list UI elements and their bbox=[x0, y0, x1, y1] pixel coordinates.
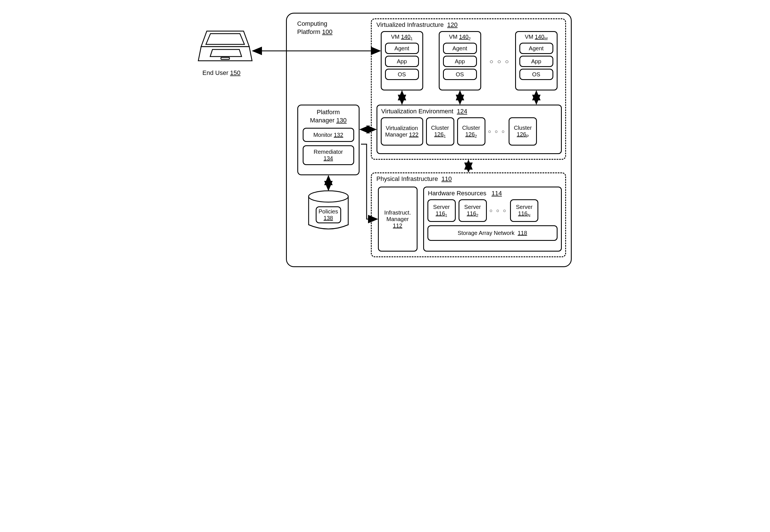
platform-manager-box: Platform Manager 130 Monitor 132 Remedia… bbox=[297, 105, 359, 175]
server-1: Server 1161 bbox=[428, 199, 456, 222]
svg-marker-3 bbox=[210, 49, 241, 57]
computing-platform-label: Computing Platform 100 bbox=[297, 20, 333, 36]
virt-manager: Virtualization Manager 122 bbox=[381, 117, 423, 146]
cluster-p: Cluster 126P bbox=[509, 117, 537, 146]
vm-1-box: VM 1401 Agent App OS bbox=[381, 31, 423, 90]
server-ellipsis: ○ ○ ○ bbox=[490, 208, 508, 214]
hardware-resources-box: Hardware Resources 114 Server 1161 Serve… bbox=[423, 187, 562, 252]
svg-point-5 bbox=[308, 191, 348, 202]
vmM-os: OS bbox=[519, 69, 553, 80]
cluster-2: Cluster 1262 bbox=[457, 117, 486, 146]
server-n: Server 116N bbox=[510, 199, 538, 222]
san-box: Storage Array Network 118 bbox=[428, 225, 558, 241]
virt-env-box: Virtualization Environment 124 Virtualiz… bbox=[376, 105, 562, 154]
vm1-app: App bbox=[385, 56, 419, 67]
physical-infra-label: Physical Infrastructure 110 bbox=[376, 175, 452, 183]
cluster-1: Cluster 1261 bbox=[426, 117, 454, 146]
vmM-agent: Agent bbox=[519, 43, 553, 54]
vm-m-box: VM 140M Agent App OS bbox=[515, 31, 558, 90]
vmM-app: App bbox=[519, 56, 553, 67]
remediator-box: Remediator 134 bbox=[303, 145, 354, 165]
laptop-icon bbox=[197, 27, 253, 68]
vm1-os: OS bbox=[385, 69, 419, 80]
end-user-label: End User 150 bbox=[202, 69, 241, 77]
vm1-agent: Agent bbox=[385, 43, 419, 54]
infra-manager-box: Infrastruct. Manager 112 bbox=[378, 187, 418, 252]
virtualized-infra-label: Virtualized Infrastructure 120 bbox=[376, 21, 458, 29]
vm2-os: OS bbox=[443, 69, 477, 80]
svg-rect-4 bbox=[221, 57, 229, 59]
svg-marker-1 bbox=[206, 34, 244, 44]
vm-2-box: VM 1402 Agent App OS bbox=[439, 31, 481, 90]
policies-cylinder: Policies 138 bbox=[306, 189, 351, 234]
vm-ellipsis: ○ ○ ○ bbox=[490, 58, 510, 65]
monitor-box: Monitor 132 bbox=[303, 128, 354, 142]
server-2: Server 1162 bbox=[459, 199, 487, 222]
cluster-ellipsis: ○ ○ ○ bbox=[488, 129, 506, 135]
vm2-app: App bbox=[443, 56, 477, 67]
vm2-agent: Agent bbox=[443, 43, 477, 54]
diagram-canvas: End User 150 Computing Platform 100 Virt… bbox=[193, 6, 578, 272]
